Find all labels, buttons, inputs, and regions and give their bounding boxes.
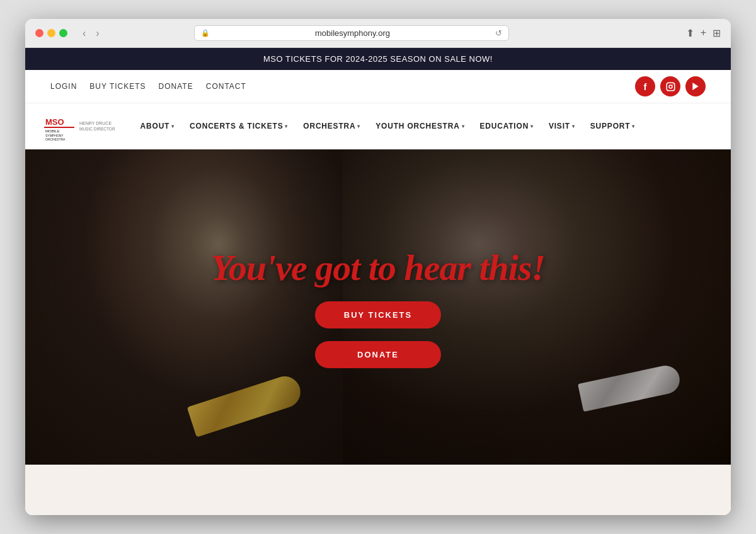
youth-chevron: ▾ [462,124,465,129]
maximize-button[interactable] [59,29,67,37]
minimize-button[interactable] [47,29,55,37]
browser-navigation: ‹ › [80,26,102,40]
announcement-bar: MSO TICKETS FOR 2024-2025 SEASON ON SALE… [25,48,731,70]
browser-actions: ⬆ + ⊞ [686,27,721,39]
refresh-icon[interactable]: ↺ [495,28,502,38]
back-button[interactable]: ‹ [80,26,88,40]
nav-concerts[interactable]: CONCERTS & TICKETS ▾ [183,118,294,134]
svg-point-1 [669,85,672,88]
social-icons: f [635,76,706,96]
lock-icon: 🔒 [201,29,210,37]
hero-tagline: You've got to hear this! [211,247,545,289]
svg-point-2 [672,84,673,84]
buy-tickets-link[interactable]: BUY TICKETS [89,82,146,91]
login-link[interactable]: LOGIN [50,82,77,91]
top-nav-links: LOGIN BUY TICKETS DONATE CONTACT [50,82,246,91]
site-wrapper: MSO TICKETS FOR 2024-2025 SEASON ON SALE… [25,48,731,515]
visit-chevron: ▾ [572,124,575,129]
svg-rect-6 [44,127,74,128]
instagram-icon[interactable] [660,76,680,96]
logo-text: HENRY DRUCE MUSIC DIRECTOR [79,120,115,132]
announcement-text: MSO TICKETS FOR 2024-2025 SEASON ON SALE… [263,54,493,64]
mso-logo: MSO MOBILE SYMPHONY ORCHESTRA [44,111,74,141]
logo-area: MSO MOBILE SYMPHONY ORCHESTRA HENRY DRUC… [44,111,115,141]
nav-visit[interactable]: VISIT ▾ [542,118,581,134]
nav-about[interactable]: ABOUT ▾ [134,118,181,134]
new-tab-icon[interactable]: + [701,27,706,39]
share-icon[interactable]: ⬆ [686,27,694,39]
svg-marker-3 [692,83,698,90]
url-display: mobilesymphony.org [214,28,491,38]
hero-buy-tickets-button[interactable]: BUY TICKETS [315,301,441,328]
top-nav: LOGIN BUY TICKETS DONATE CONTACT f [25,70,731,103]
svg-text:MOBILE: MOBILE [45,129,60,133]
hero-donate-button[interactable]: DONATE [315,341,441,368]
support-chevron: ▾ [632,124,635,129]
below-hero-section [25,465,731,515]
browser-chrome: ‹ › 🔒 mobilesymphony.org ↺ ⬆ + ⊞ [25,19,731,48]
facebook-icon[interactable]: f [635,76,655,96]
browser-window: ‹ › 🔒 mobilesymphony.org ↺ ⬆ + ⊞ MSO TIC… [25,19,731,515]
nav-youth-orchestra[interactable]: YOUTH ORCHESTRA ▾ [369,118,471,134]
svg-text:ORCHESTRA: ORCHESTRA [45,137,66,141]
contact-link[interactable]: CONTACT [206,82,246,91]
nav-orchestra[interactable]: ORCHESTRA ▾ [297,118,367,134]
address-bar[interactable]: 🔒 mobilesymphony.org ↺ [194,25,509,41]
svg-text:MSO: MSO [45,117,64,127]
forward-button[interactable]: › [93,26,101,40]
main-nav: MSO MOBILE SYMPHONY ORCHESTRA HENRY DRUC… [25,103,731,149]
close-button[interactable] [35,29,43,37]
orchestra-chevron: ▾ [357,124,360,129]
nav-support[interactable]: SUPPORT ▾ [584,118,641,134]
about-chevron: ▾ [171,124,175,129]
tabs-icon[interactable]: ⊞ [713,27,721,39]
concerts-chevron: ▾ [285,124,288,129]
nav-education[interactable]: EDUCATION ▾ [473,118,539,134]
education-chevron: ▾ [530,124,534,129]
nav-items: ABOUT ▾ CONCERTS & TICKETS ▾ ORCHESTRA ▾… [134,118,712,134]
donate-link[interactable]: DONATE [159,82,193,91]
traffic-lights [35,29,67,37]
svg-rect-0 [667,83,675,91]
hero-section: You've got to hear this! BUY TICKETS DON… [25,149,731,465]
youtube-icon[interactable] [685,76,706,96]
hero-content: You've got to hear this! BUY TICKETS DON… [25,149,731,465]
